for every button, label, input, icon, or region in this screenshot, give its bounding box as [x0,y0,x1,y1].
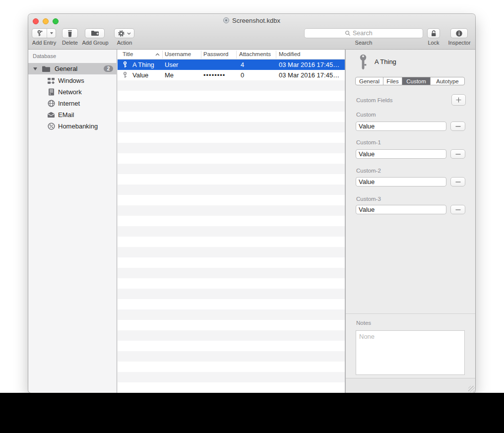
disclosure-triangle-icon[interactable] [33,67,37,70]
delete-button[interactable] [62,28,78,38]
column-header-modified[interactable]: Modified [279,51,300,57]
sidebar-item-internet[interactable]: Internet [28,98,117,109]
custom-field-input[interactable] [356,205,446,214]
cell-attachments: 4 [241,61,244,68]
group-label: General [55,65,77,72]
table-row[interactable]: Value Me •••••••• 0 03 Mar 2016 17:45… [118,70,345,80]
lock-label: Lock [422,40,445,46]
lock-button[interactable] [427,28,440,38]
group-label: Internet [58,100,80,107]
custom-fields-heading: Custom Fields [356,97,393,103]
custom-field-input[interactable] [356,122,446,131]
sidebar-item-homebanking[interactable]: Homebanking [28,121,117,132]
entry-key-icon [358,54,368,70]
minus-icon [455,182,461,183]
group-label: Homebanking [58,123,98,130]
macpass-window: Screenshot.kdbx Add Entry [28,14,475,393]
group-label: Windows [58,77,84,84]
entry-title: A Thing [375,58,396,65]
field-label: Custom-3 [356,196,381,202]
inspector-tab-bar: General Files Custom Autotype [355,77,465,85]
sidebar-item-email[interactable]: EMail [28,109,117,121]
cell-password: •••••••• [203,71,225,79]
tab-custom[interactable]: Custom [402,77,431,85]
titlebar: Screenshot.kdbx [28,16,475,25]
folder-icon [42,65,51,72]
remove-custom-field-button[interactable] [450,177,465,186]
table-empty-rows [118,80,345,393]
add-entry-button[interactable] [32,28,56,38]
add-custom-field-button[interactable] [451,94,466,106]
info-icon [455,30,463,37]
search-input[interactable] [353,30,382,37]
search-field[interactable] [304,28,423,38]
add-entry-dropdown[interactable] [47,32,56,34]
cell-username: User [165,61,178,68]
table-row[interactable]: A Thing User 4 03 Mar 2016 17:45… [118,60,345,70]
minus-icon [455,126,461,127]
key-plus-icon [32,30,47,37]
remove-custom-field-button[interactable] [450,149,465,159]
notes-textarea[interactable] [356,330,465,375]
inspector-button[interactable] [450,28,468,38]
entry-table: Title Username Password Attachments Modi… [118,50,345,393]
envelope-icon [47,111,55,119]
action-button[interactable] [114,28,134,38]
add-group-button[interactable] [85,28,105,38]
delete-label: Delete [60,40,80,46]
field-label: Custom-1 [356,139,381,145]
group-label: Network [58,88,82,96]
percent-circle-icon [47,123,55,130]
section-divider [346,313,475,314]
sidebar-item-general[interactable]: General 2 [28,63,117,74]
field-label: Custom-2 [356,168,381,174]
key-icon [122,71,129,79]
custom-field-input[interactable] [356,177,446,186]
cell-attachments: 0 [241,71,244,79]
minus-icon [455,209,461,210]
table-header: Title Username Password Attachments Modi… [118,50,345,60]
search-label: Search [304,40,423,46]
group-sidebar: Database General 2 [28,50,117,393]
windows-network-icon [47,77,55,85]
inspector-bottom-bar [346,378,475,393]
action-label: Action [115,40,134,46]
resize-grip[interactable] [468,386,475,392]
content-area: Database General 2 [28,50,475,393]
add-entry-label: Add Entry [30,40,58,46]
tab-autotype[interactable]: Autotype [431,77,464,85]
window-title: Screenshot.kdbx [232,17,280,24]
cell-title: A Thing [132,61,154,68]
key-icon [122,61,129,68]
folder-plus-icon [91,30,99,37]
sort-ascending-icon [155,53,160,56]
inspector-panel: A Thing General Files Custom Autotype Cu… [346,50,475,393]
column-header-password[interactable]: Password [203,51,229,57]
tab-general[interactable]: General [356,77,383,85]
database-section-header: Database [33,53,56,59]
search-icon [345,30,351,36]
desktop-black-band [0,393,504,433]
remove-custom-field-button[interactable] [450,205,465,214]
cell-modified: 03 Mar 2016 17:45… [279,61,339,68]
tab-files[interactable]: Files [383,77,402,85]
field-label: Custom [356,112,376,118]
document-proxy-icon [223,17,229,23]
chevron-down-icon [127,32,131,35]
plus-icon [456,97,461,103]
column-header-username[interactable]: Username [165,51,191,57]
entry-count-badge: 2 [104,65,113,72]
trash-icon [66,30,73,37]
cell-title: Value [132,71,148,79]
column-header-title[interactable]: Title [123,51,133,57]
cell-modified: 03 Mar 2016 17:45… [279,71,339,79]
minus-icon [455,154,461,155]
window-chrome: Screenshot.kdbx Add Entry [28,14,475,50]
sidebar-item-windows[interactable]: Windows [28,75,117,86]
chevron-down-icon [50,32,53,34]
sidebar-item-network[interactable]: Network [28,86,117,98]
column-header-attachments[interactable]: Attachments [239,51,271,57]
cell-username: Me [165,71,174,79]
remove-custom-field-button[interactable] [450,122,465,131]
custom-field-input[interactable] [356,149,446,159]
